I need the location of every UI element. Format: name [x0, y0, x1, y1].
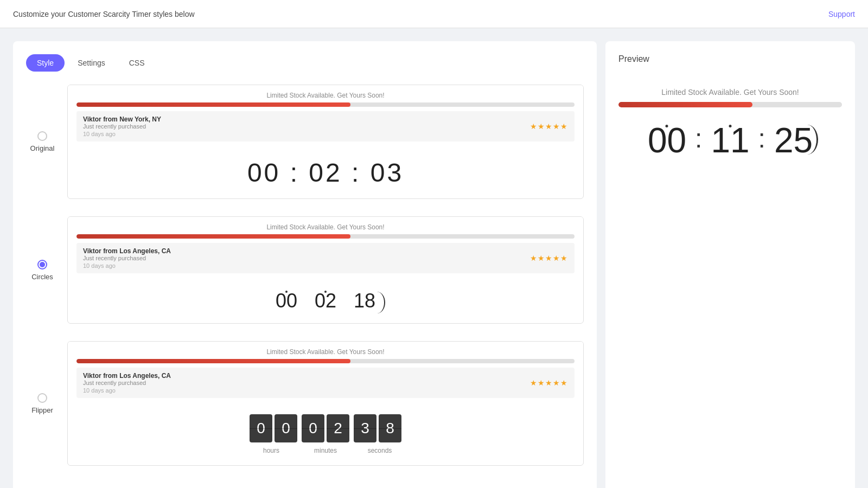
- flipper-label-seconds: seconds: [368, 447, 392, 454]
- circles-social-proof: Viktor from Los Angeles, CA Just recentl…: [76, 243, 575, 273]
- flipper-label-hours: hours: [263, 447, 279, 454]
- left-panel: Style Settings CSS Original Limited Stoc…: [13, 41, 597, 488]
- preview-colon-2: :: [758, 124, 765, 158]
- flipper-stock-bar-fill: [76, 359, 350, 363]
- original-social-time: 10 days ago: [83, 131, 161, 137]
- flipper-social-name: Viktor from Los Angeles, CA: [83, 372, 171, 380]
- circles-stock-section: Limited Stock Available. Get Yours Soon!…: [68, 217, 583, 279]
- support-link[interactable]: Support: [828, 10, 855, 18]
- radio-flipper-wrapper[interactable]: Flipper: [26, 393, 59, 414]
- radio-original-wrapper[interactable]: Original: [26, 131, 59, 152]
- preview-hours-item: 00: [648, 120, 686, 160]
- circle-minutes-number: 02: [315, 290, 336, 312]
- flipper-minutes-d2: 2: [327, 414, 349, 442]
- preview-minutes-dot: [729, 125, 732, 127]
- flipper-stars: ★★★★★: [530, 378, 568, 387]
- radio-flipper-label: Flipper: [31, 406, 53, 414]
- style-option-original: Original Limited Stock Available. Get Yo…: [26, 85, 584, 199]
- preview-stock-bar-fill: [618, 102, 752, 107]
- circles-social-name: Viktor from Los Angeles, CA: [83, 247, 171, 255]
- flipper-minutes-group: 0 2: [302, 414, 349, 442]
- tab-style[interactable]: Style: [26, 54, 65, 72]
- radio-circles-label: Circles: [31, 273, 53, 281]
- original-stock-bar-fill: [76, 102, 350, 107]
- preview-colon-1: :: [695, 124, 702, 158]
- preview-arc: [796, 125, 818, 155]
- main-layout: Style Settings CSS Original Limited Stoc…: [0, 28, 868, 488]
- preview-minutes-item: 11: [711, 120, 749, 160]
- radio-original-label: Original: [30, 144, 55, 152]
- circle-hours: 00: [276, 290, 297, 312]
- original-stock-bar: [76, 102, 575, 107]
- original-stock-section: Limited Stock Available. Get Yours Soon!…: [68, 85, 583, 147]
- flipper-hours-group: 0 0: [250, 414, 297, 442]
- flipper-hours-d1: 0: [250, 414, 272, 442]
- circles-social-time: 10 days ago: [83, 262, 171, 269]
- flipper-hours-d2: 0: [275, 414, 297, 442]
- tab-bar: Style Settings CSS: [26, 54, 584, 72]
- flipper-social-time: 10 days ago: [83, 387, 171, 394]
- flipper-seconds-d2: 8: [379, 414, 401, 442]
- circles-social-sub: Just recently purchased: [83, 255, 171, 261]
- flipper-seconds-d1: 3: [354, 414, 376, 442]
- preview-seconds-item: 25: [774, 120, 813, 160]
- circles-stock-bar-fill: [76, 234, 350, 239]
- circles-timer-display: 00 02 18: [68, 279, 583, 323]
- style-option-circles: Circles Limited Stock Available. Get You…: [26, 216, 584, 324]
- flipper-seconds-group: 3 8: [354, 414, 401, 442]
- style-option-flipper: Flipper Limited Stock Available. Get You…: [26, 341, 584, 466]
- flipper-labels-row: hours minutes seconds: [246, 447, 405, 454]
- preview-hours-dot: [666, 125, 668, 127]
- original-timer-card: Limited Stock Available. Get Yours Soon!…: [67, 85, 584, 199]
- preview-circles-display: 00 : 11 : 25: [618, 120, 842, 160]
- flipper-stock-title: Limited Stock Available. Get Yours Soon!: [76, 348, 575, 356]
- flipper-stock-bar: [76, 359, 575, 363]
- original-social-name: Viktor from New York, NY: [83, 115, 161, 123]
- circle-minutes: 02: [315, 290, 336, 312]
- radio-flipper[interactable]: [37, 393, 47, 403]
- original-stock-title: Limited Stock Available. Get Yours Soon!: [76, 92, 575, 99]
- circles-stock-title: Limited Stock Available. Get Yours Soon!: [76, 223, 575, 231]
- radio-circles-wrapper[interactable]: Circles: [26, 260, 59, 281]
- original-timer-display: 00 : 02 : 03: [68, 147, 583, 198]
- flipper-minutes-d1: 0: [302, 414, 324, 442]
- circles-stock-bar: [76, 234, 575, 239]
- circles-timer-card: Limited Stock Available. Get Yours Soon!…: [67, 216, 584, 324]
- circle-seconds: 18: [354, 290, 375, 312]
- preview-stock-bar: [618, 102, 842, 107]
- flipper-stock-section: Limited Stock Available. Get Yours Soon!…: [68, 342, 583, 403]
- preview-stock-title: Limited Stock Available. Get Yours Soon!: [618, 88, 842, 97]
- circle-hours-number: 00: [276, 290, 297, 312]
- original-social-proof: Viktor from New York, NY Just recently p…: [76, 111, 575, 142]
- original-social-sub: Just recently purchased: [83, 123, 161, 130]
- tab-settings[interactable]: Settings: [67, 54, 116, 72]
- preview-content: Limited Stock Available. Get Yours Soon!…: [618, 77, 842, 171]
- flipper-label-minutes: minutes: [314, 447, 337, 454]
- original-stars: ★★★★★: [530, 122, 568, 131]
- radio-circles[interactable]: [37, 260, 47, 269]
- flipper-timer-card: Limited Stock Available. Get Yours Soon!…: [67, 341, 584, 466]
- flipper-social-proof: Viktor from Los Angeles, CA Just recentl…: [76, 368, 575, 398]
- style-options: Original Limited Stock Available. Get Yo…: [26, 85, 584, 483]
- preview-title: Preview: [618, 54, 842, 64]
- tab-css[interactable]: CSS: [118, 54, 156, 72]
- flipper-digits-row: 0 0 0 2 3 8: [250, 414, 401, 442]
- flipper-social-sub: Just recently purchased: [83, 380, 171, 386]
- flipper-timer-display: 0 0 0 2 3 8: [68, 403, 583, 465]
- topbar: Customize your Customer Scarcity Timer s…: [0, 0, 868, 28]
- right-panel: Preview Limited Stock Available. Get You…: [605, 41, 855, 488]
- circle-arc: [369, 292, 385, 313]
- radio-original[interactable]: [37, 131, 47, 141]
- topbar-title: Customize your Customer Scarcity Timer s…: [13, 10, 195, 18]
- circles-stars: ★★★★★: [530, 254, 568, 262]
